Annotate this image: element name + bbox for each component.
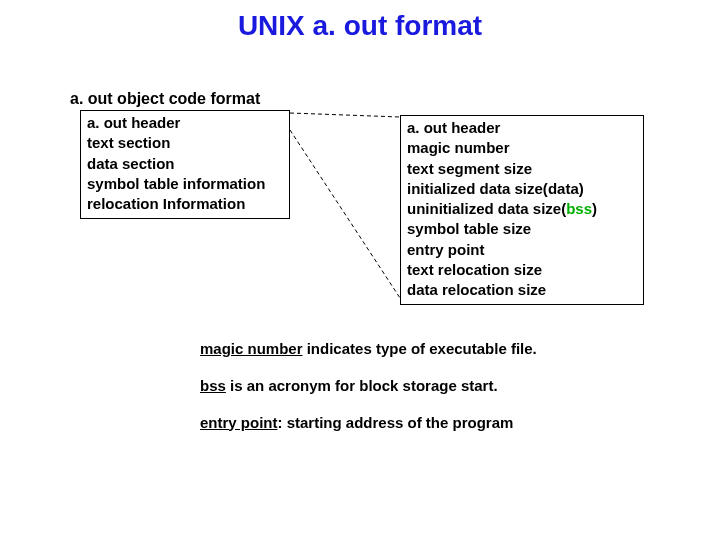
svg-line-1 [290, 130, 400, 298]
right-box-line: text segment size [407, 159, 637, 179]
note-line: magic number indicates type of executabl… [200, 340, 640, 359]
page-title: UNIX a. out format [0, 10, 720, 42]
right-box-line: uninitialized data size(bss) [407, 199, 637, 219]
left-box-line: a. out header [87, 113, 283, 133]
note-term: entry point [200, 414, 278, 431]
right-box-line: initialized data size(data) [407, 179, 637, 199]
right-box-line: magic number [407, 138, 637, 158]
notes: magic number indicates type of executabl… [200, 340, 640, 450]
text-span: initialized data size( [407, 180, 548, 197]
note-term: magic number [200, 340, 303, 357]
note-rest: : starting address of the program [278, 414, 514, 431]
right-box-line: data relocation size [407, 280, 637, 300]
bss-accent: bss [566, 200, 592, 217]
left-box-line: symbol table information [87, 174, 283, 194]
subtitle: a. out object code format [70, 90, 260, 108]
text-span: uninitialized data size( [407, 200, 566, 217]
data-accent: data [548, 180, 579, 197]
right-box-line: a. out header [407, 118, 637, 138]
left-box: a. out header text section data section … [80, 110, 290, 219]
note-line: entry point: starting address of the pro… [200, 414, 640, 433]
left-box-line: data section [87, 154, 283, 174]
text-span: ) [579, 180, 584, 197]
left-box-line: text section [87, 133, 283, 153]
right-box-line: entry point [407, 240, 637, 260]
svg-line-0 [290, 113, 400, 117]
note-rest: is an acronym for block storage start. [226, 377, 498, 394]
right-box-line: text relocation size [407, 260, 637, 280]
left-box-line: relocation Information [87, 194, 283, 214]
right-box: a. out header magic number text segment … [400, 115, 644, 305]
note-line: bss is an acronym for block storage star… [200, 377, 640, 396]
note-rest: indicates type of executable file. [303, 340, 537, 357]
note-term: bss [200, 377, 226, 394]
right-box-line: symbol table size [407, 219, 637, 239]
text-span: ) [592, 200, 597, 217]
